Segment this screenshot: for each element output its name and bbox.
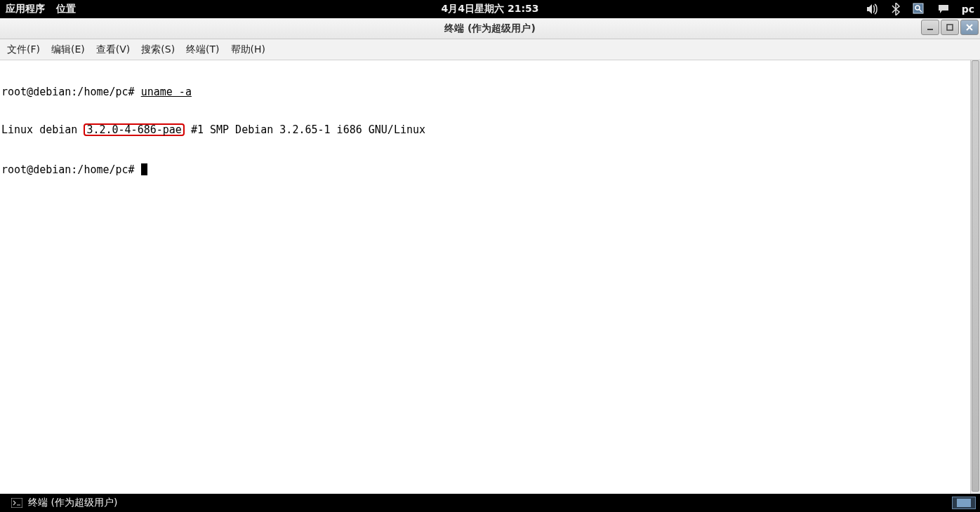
kernel-version-highlight: 3.2.0-4-686-pae — [84, 123, 184, 136]
terminal-area: root@debian:/home/pc# uname -a Linux deb… — [0, 60, 980, 494]
menu-applications[interactable]: 应用程序 — [6, 3, 45, 15]
menu-view[interactable]: 查看(V) — [96, 43, 131, 56]
window-titlebar: 终端 (作为超级用户) — [0, 18, 980, 39]
terminal-scrollbar[interactable] — [970, 60, 980, 494]
bluetooth-icon[interactable] — [892, 3, 900, 15]
workspace-switcher[interactable] — [952, 497, 976, 509]
workspace-active-icon — [957, 499, 971, 507]
volume-icon[interactable] — [866, 4, 879, 15]
chat-icon[interactable] — [938, 4, 949, 14]
panel-left-group: 应用程序 位置 — [0, 3, 76, 15]
terminal-cursor — [141, 163, 147, 175]
window-controls — [921, 20, 979, 35]
menu-file[interactable]: 文件(F) — [7, 43, 40, 56]
top-gnome-panel: 应用程序 位置 4月4日星期六 21:53 pc — [0, 0, 980, 18]
bottom-gnome-panel: 终端 (作为超级用户) — [0, 494, 980, 512]
window-menubar: 文件(F) 编辑(E) 查看(V) 搜索(S) 终端(T) 帮助(H) — [0, 39, 980, 60]
search-icon[interactable] — [913, 3, 925, 15]
minimize-button[interactable] — [921, 20, 939, 35]
panel-right-group: pc — [866, 3, 980, 15]
terminal-line-2: Linux debian 3.2.0-4-686-pae #1 SMP Debi… — [1, 123, 969, 136]
svg-rect-2 — [947, 25, 953, 30]
menu-search[interactable]: 搜索(S) — [141, 43, 175, 56]
panel-clock[interactable]: 4月4日星期六 21:53 — [442, 3, 539, 15]
output-suffix: #1 SMP Debian 3.2.65-1 i686 GNU/Linux — [185, 123, 425, 136]
taskbar-item-label: 终端 (作为超级用户) — [28, 497, 117, 509]
prompt-1: root@debian:/home/pc# — [1, 86, 141, 98]
menu-places[interactable]: 位置 — [56, 3, 76, 15]
scrollbar-thumb[interactable] — [972, 60, 979, 492]
prompt-2: root@debian:/home/pc# — [1, 163, 141, 176]
terminal-line-3: root@debian:/home/pc# — [1, 161, 969, 174]
menu-help[interactable]: 帮助(H) — [231, 43, 265, 56]
menu-terminal[interactable]: 终端(T) — [186, 43, 219, 56]
user-menu[interactable]: pc — [962, 4, 974, 15]
close-button[interactable] — [960, 20, 979, 35]
terminal-icon — [11, 498, 22, 508]
window-title: 终端 (作为超级用户) — [444, 22, 536, 35]
maximize-button[interactable] — [941, 20, 959, 35]
terminal-output[interactable]: root@debian:/home/pc# uname -a Linux deb… — [0, 60, 970, 494]
command-uname: uname -a — [141, 86, 192, 98]
terminal-line-1: root@debian:/home/pc# uname -a — [1, 86, 969, 98]
taskbar-item-terminal[interactable]: 终端 (作为超级用户) — [4, 495, 124, 511]
menu-edit[interactable]: 编辑(E) — [51, 43, 85, 56]
output-prefix: Linux debian — [1, 123, 84, 136]
svg-rect-3 — [11, 498, 22, 508]
